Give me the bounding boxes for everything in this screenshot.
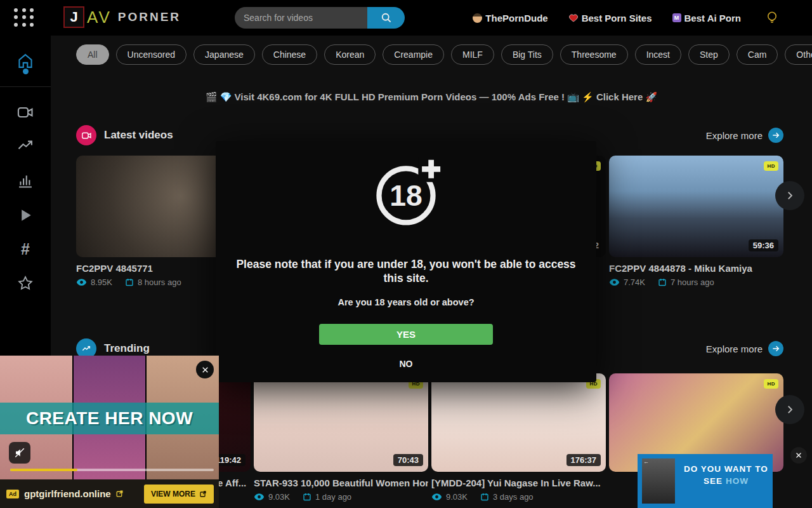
corner-ad-line2: SEE [704, 476, 723, 486]
link-best-ai-porn[interactable]: M Best Ai Porn [672, 13, 741, 23]
play-icon [16, 206, 34, 224]
back-arrow-icon: ← [643, 458, 649, 465]
sidebar-divider [0, 86, 51, 87]
age-verification-modal: 18 Please note that if you are under 18,… [216, 141, 596, 382]
pill-korean[interactable]: Korean [324, 44, 376, 65]
explore-more-latest[interactable]: Explore more [706, 128, 783, 143]
chevron-right-icon [784, 404, 796, 415]
hd-badge: HD [764, 161, 778, 171]
search-bar [235, 7, 405, 29]
pill-incest[interactable]: Incest [635, 44, 681, 65]
link-label: ThePornDude [485, 13, 547, 23]
age-question-text: Are you 18 years old or above? [216, 297, 596, 307]
corner-ad-line2-accent: HOW [726, 476, 749, 486]
video-card[interactable]: HD 70:43 STAR-933 10,000 Beautiful Women… [254, 373, 428, 502]
next-carousel-button-latest[interactable] [775, 181, 804, 210]
pill-creampie[interactable]: Creampie [383, 44, 444, 65]
pill-uncensored[interactable]: Uncensored [116, 44, 187, 65]
svg-text:18: 18 [390, 179, 422, 212]
hd-badge: HD [764, 379, 778, 389]
ad-close-button[interactable] [196, 361, 214, 378]
ad-progress-bar[interactable] [10, 469, 214, 471]
pill-cam[interactable]: Cam [737, 44, 778, 65]
search-icon [380, 11, 393, 24]
external-link-icon [115, 490, 124, 498]
link-theporndude[interactable]: ThePornDude [473, 13, 547, 23]
views: 9.03K [446, 492, 468, 502]
pill-step[interactable]: Step [688, 44, 730, 65]
promo-banner-link[interactable]: 🎬 💎 Visit 4K69.com for 4K FULL HD Premiu… [51, 91, 812, 103]
ad-bottom-bar: Ad gptgirlfriend.online VIEW MORE [0, 479, 219, 508]
link-best-porn-sites[interactable]: Best Porn Sites [568, 13, 652, 23]
pill-other[interactable]: Other [785, 44, 812, 65]
hashtag-icon: # [21, 240, 30, 258]
sidebar-item-stats[interactable] [16, 171, 34, 189]
next-carousel-button-trending[interactable] [775, 395, 804, 424]
video-meta: 9.03K 1 day ago [254, 492, 428, 502]
category-pills: All Uncensored Japanese Chinese Korean C… [76, 44, 812, 65]
corner-ad[interactable]: ← DO YOU WANT TO SEE HOW [638, 454, 773, 508]
explore-label: Explore more [706, 344, 763, 354]
pill-milf[interactable]: MILF [451, 44, 494, 65]
pill-japanese[interactable]: Japanese [193, 44, 255, 65]
video-card[interactable]: HD 59:36 FC2PPV 4844878 - Miku Kamiya 7.… [609, 156, 783, 287]
pill-threesome[interactable]: Threesome [560, 44, 628, 65]
sidebar-item-tags[interactable]: # [16, 240, 34, 258]
sidebar-item-home[interactable] [16, 52, 34, 70]
eye-icon [254, 493, 265, 501]
active-indicator-dot [23, 69, 29, 74]
video-ad[interactable]: CREATE HER NOW Ad gptgirlfriend.online V… [0, 356, 219, 508]
pill-all[interactable]: All [76, 44, 109, 65]
18-plus-icon: 18 [369, 157, 443, 231]
view-more-button[interactable]: VIEW MORE [144, 485, 214, 504]
muted-speaker-icon [14, 447, 25, 458]
corner-ad-text: DO YOU WANT TO SEE HOW [679, 454, 773, 508]
video-thumbnail: HD 70:43 [254, 373, 428, 472]
close-icon [795, 451, 802, 459]
best-ai-porn-icon: M [672, 13, 681, 22]
date: 8 hours ago [138, 277, 181, 287]
site-logo[interactable]: J AV PORNER [63, 6, 181, 28]
pill-chinese[interactable]: Chinese [262, 44, 317, 65]
video-meta: 9.03K 3 days ago [431, 492, 606, 502]
views: 7.74K [624, 277, 645, 287]
arrow-right-icon [768, 128, 783, 143]
explore-more-trending[interactable]: Explore more [706, 341, 783, 356]
theporndude-icon [473, 13, 482, 23]
pill-big-tits[interactable]: Big Tits [501, 44, 553, 65]
ad-site-link[interactable]: gptgirlfriend.online [24, 488, 111, 499]
mute-button[interactable] [9, 442, 30, 464]
header-links: ThePornDude Best Porn Sites M Best Ai Po… [406, 0, 741, 36]
logo-j: J [63, 6, 84, 28]
eye-icon [609, 278, 620, 286]
chevron-right-icon [784, 190, 796, 201]
no-button[interactable]: NO [400, 359, 413, 369]
explore-label: Explore more [706, 130, 763, 141]
page: J AV PORNER ThePornDude Best Porn Sites … [0, 0, 812, 508]
link-label: Best Ai Porn [684, 13, 741, 23]
calendar-icon [480, 492, 489, 502]
search-input[interactable] [235, 7, 367, 29]
logo-av: AV [87, 8, 112, 27]
lightbulb-theme-icon[interactable] [764, 10, 780, 25]
ad-progress-fill [10, 469, 77, 471]
corner-ad-close-button[interactable] [790, 447, 807, 464]
video-camera-icon [16, 104, 34, 121]
sidebar-item-favorites[interactable] [16, 274, 34, 292]
date: 1 day ago [315, 492, 351, 502]
apps-grid-icon[interactable] [14, 8, 36, 27]
sidebar-item-play[interactable] [16, 206, 34, 224]
top-header: J AV PORNER ThePornDude Best Porn Sites … [0, 0, 812, 36]
search-button[interactable] [367, 7, 405, 29]
duration-badge: 70:43 [393, 454, 423, 466]
calendar-icon [303, 492, 311, 502]
star-icon [16, 274, 34, 292]
home-icon [16, 52, 34, 70]
heart-icon [568, 13, 579, 23]
video-card[interactable]: HD 176:37 [YMDD-204] Yui Nagase In Live … [431, 373, 606, 502]
close-icon [201, 366, 209, 374]
link-label: Best Porn Sites [582, 13, 652, 23]
sidebar-item-videos[interactable] [16, 104, 34, 121]
yes-button[interactable]: YES [319, 324, 493, 345]
sidebar-item-trending[interactable] [16, 137, 34, 154]
